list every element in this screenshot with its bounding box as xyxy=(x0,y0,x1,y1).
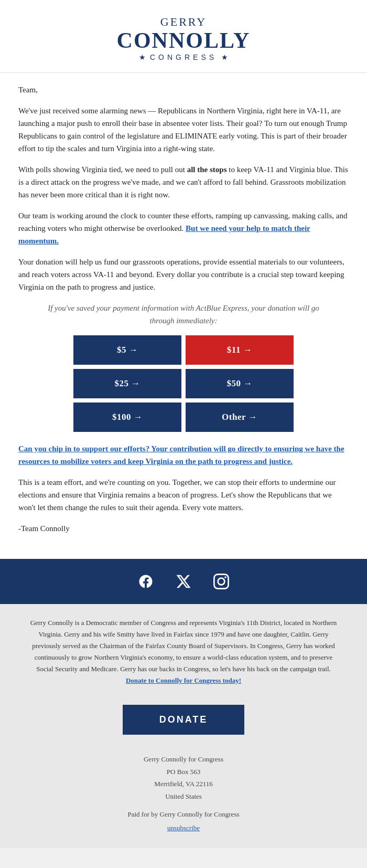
footer-unsubscribe: unsubscribe xyxy=(0,821,367,848)
paid-for-text: Paid for by Gerry Connolly for Congress xyxy=(127,810,239,818)
logo-congress-row: ★ CONGRESS ★ xyxy=(10,54,357,61)
logo-congress-text: CONGRESS xyxy=(150,54,217,61)
paragraph-5: This is a team effort, and we're countin… xyxy=(18,476,349,514)
donate-25-button[interactable]: $25 → xyxy=(73,369,181,398)
unsubscribe-link[interactable]: unsubscribe xyxy=(167,824,200,832)
email-container: GERRY CONNOLLY ★ CONGRESS ★ Team, We've … xyxy=(0,0,367,848)
donate-other-button[interactable]: Other → xyxy=(186,403,294,432)
p2-pre: With polls showing Virginia tied, we nee… xyxy=(18,165,187,174)
greeting: Team, xyxy=(18,83,349,96)
logo-star-right: ★ xyxy=(221,54,228,61)
paragraph-cta: Can you chip in to support our efforts? … xyxy=(18,442,349,468)
sign-off: -Team Connolly xyxy=(18,522,349,535)
bio-text: Gerry Connolly is a Democratic member of… xyxy=(30,619,337,673)
address-line-1: Gerry Connolly for Congress xyxy=(10,753,357,765)
logo: GERRY CONNOLLY ★ CONGRESS ★ xyxy=(10,16,357,62)
actblue-note: If you've saved your payment information… xyxy=(18,302,349,327)
donation-grid: $5 → $11 → $25 → $50 → $100 → Other → xyxy=(73,335,294,432)
logo-connolly: CONNOLLY xyxy=(10,28,357,52)
cta-link[interactable]: Can you chip in to support our efforts? … xyxy=(18,444,344,465)
header: GERRY CONNOLLY ★ CONGRESS ★ xyxy=(0,0,367,72)
paragraph-1: We've just received some alarming news —… xyxy=(18,104,349,155)
donate-5-button[interactable]: $5 → xyxy=(73,335,181,365)
logo-gerry: GERRY xyxy=(10,16,357,28)
footer-paid-for: Paid for by Gerry Connolly for Congress xyxy=(0,805,367,821)
donate-50-button[interactable]: $50 → xyxy=(186,369,294,398)
address-line-3: Merrifield, VA 22116 xyxy=(10,778,357,790)
main-content: Team, We've just received some alarming … xyxy=(0,73,367,559)
paragraph-2: With polls showing Virginia tied, we nee… xyxy=(18,163,349,201)
donate-100-button[interactable]: $100 → xyxy=(73,403,181,432)
address-line-2: PO Box 563 xyxy=(10,766,357,778)
footer-social xyxy=(0,559,367,604)
address-line-4: United States xyxy=(10,790,357,802)
footer-donate-section: DONATE xyxy=(0,700,367,745)
footer-donate-button[interactable]: DONATE xyxy=(123,705,245,735)
facebook-icon[interactable] xyxy=(135,570,157,592)
footer-bio: Gerry Connolly is a Democratic member of… xyxy=(0,604,367,700)
logo-star: ★ xyxy=(139,54,146,61)
social-icons-row xyxy=(12,570,355,592)
paragraph-4: Your donation will help us fund our gras… xyxy=(18,256,349,293)
bio-donate-link[interactable]: Donate to Connolly for Congress today! xyxy=(126,676,241,684)
instagram-icon[interactable] xyxy=(210,570,232,592)
twitter-x-icon[interactable] xyxy=(172,570,195,592)
p2-bold: all the stops xyxy=(187,165,227,174)
footer-address: Gerry Connolly for Congress PO Box 563 M… xyxy=(0,745,367,805)
paragraph-3: Our team is working around the clock to … xyxy=(18,209,349,247)
donate-11-button[interactable]: $11 → xyxy=(186,335,294,365)
